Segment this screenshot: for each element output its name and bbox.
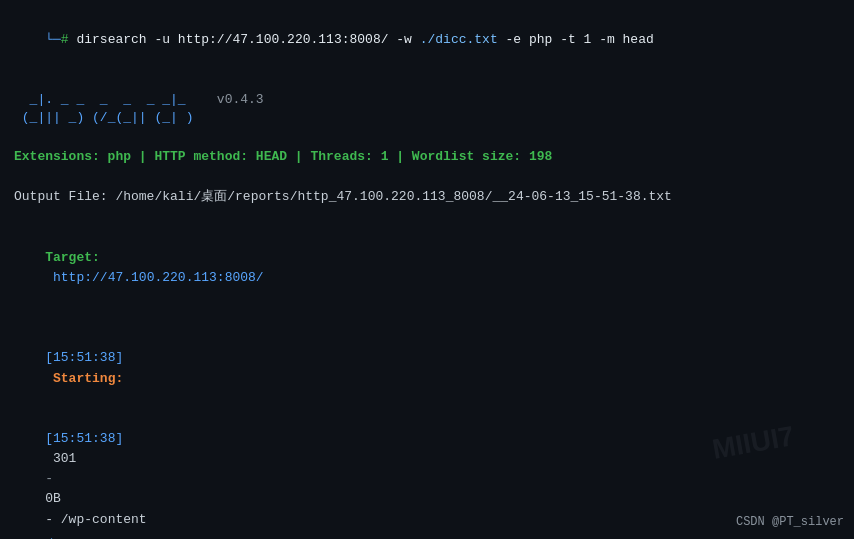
ts-1: [15:51:38] — [45, 431, 123, 446]
version-label: v0.4.3 — [217, 92, 264, 107]
output-file-line: Output File: /home/kali/桌面/reports/http_… — [14, 187, 840, 207]
path-1: - /wp-content — [45, 512, 154, 527]
size-1: 0B — [45, 491, 68, 506]
prompt-symbol: └─ — [45, 32, 61, 47]
blank-line-1 — [14, 70, 840, 90]
blank-line-5 — [14, 308, 840, 328]
arrow-1: → — [45, 532, 68, 539]
target-label: Target: — [45, 250, 100, 265]
dollar-sign: # — [61, 32, 69, 47]
logo-line-1: _|. _ _ _ _ _ _|_ v0.4.3 — [14, 91, 840, 109]
blank-line-2 — [14, 127, 840, 147]
command-text: dirsearch -u http://47.100.220.113:8008/… — [69, 32, 420, 47]
logo-line-2: (_||| _) (/_(_|| (_| ) — [14, 109, 840, 127]
command-prompt-line: └─# dirsearch -u http://47.100.220.113:8… — [14, 10, 840, 70]
command-rest: -e php -t 1 -m head — [498, 32, 654, 47]
blank-line-4 — [14, 208, 840, 228]
wordlist-arg: ./dicc.txt — [420, 32, 498, 47]
starting-line: [15:51:38] Starting: — [14, 328, 840, 409]
csdn-credit: CSDN @PT_silver — [736, 515, 844, 529]
target-url: http://47.100.220.113:8008/ — [45, 270, 263, 285]
dash-1: - — [45, 471, 84, 486]
starting-label: Starting: — [45, 371, 123, 386]
starting-timestamp: [15:51:38] — [45, 350, 123, 365]
result-line-1: [15:51:38] 301 - 0B - /wp-content → http… — [14, 409, 840, 539]
blank-line-3 — [14, 167, 840, 187]
status-1: 301 — [45, 451, 84, 466]
extensions-line: Extensions: php | HTTP method: HEAD | Th… — [14, 147, 840, 167]
target-line: Target: http://47.100.220.113:8008/ — [14, 228, 840, 309]
